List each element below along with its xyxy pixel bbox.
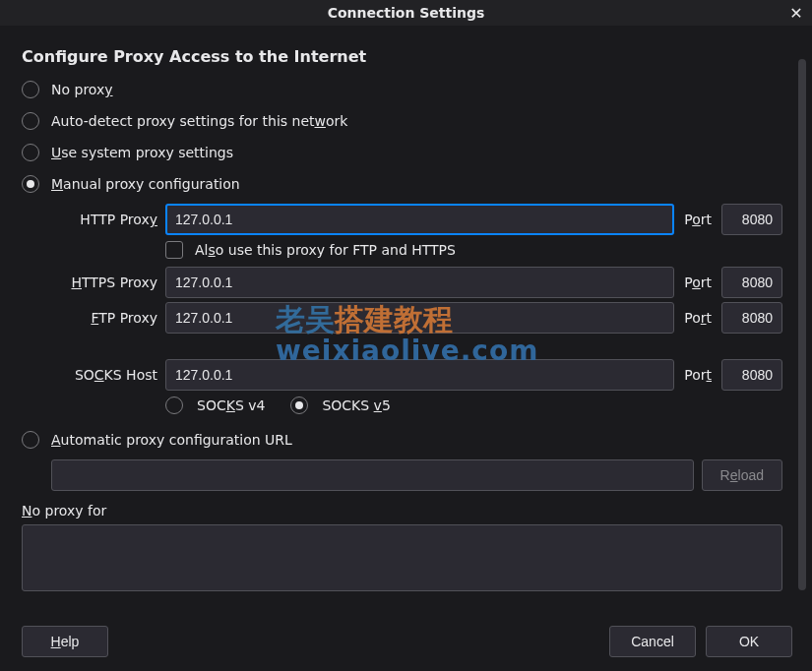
cancel-button[interactable]: Cancel — [609, 626, 696, 657]
close-icon[interactable]: ✕ — [783, 0, 809, 26]
reload-button[interactable]: Reload — [702, 459, 782, 491]
no-proxy-for-label: No proxy for — [22, 503, 782, 518]
window-title: Connection Settings — [328, 5, 485, 21]
https-port-label: Port — [680, 274, 716, 290]
auto-url-row: Reload — [51, 459, 782, 491]
dialog-button-row: Help Cancel OK — [22, 626, 792, 657]
radio-icon[interactable] — [22, 431, 39, 449]
radio-socks4[interactable] — [165, 396, 183, 414]
radio-icon[interactable] — [22, 112, 39, 130]
https-proxy-label: HTTPS Proxy — [51, 274, 159, 290]
ftp-proxy-label: FTP Proxy — [51, 310, 159, 326]
no-proxy-for-textarea[interactable] — [22, 524, 782, 591]
socks-host-label: SOCKS Host — [51, 367, 159, 383]
radio-icon[interactable] — [22, 175, 39, 193]
ftp-proxy-row: FTP Proxy Port — [51, 302, 782, 334]
https-proxy-input[interactable] — [165, 267, 674, 298]
radio-label-socks4: SOCKS v4 — [197, 397, 265, 413]
option-system-proxy[interactable]: Use system proxy settings — [22, 137, 782, 168]
http-proxy-input[interactable] — [165, 204, 674, 235]
ftp-port-label: Port — [680, 310, 716, 326]
http-proxy-row: HTTP Proxy Port — [51, 204, 782, 235]
radio-label: Auto-detect proxy settings for this netw… — [51, 113, 347, 129]
radio-label: Use system proxy settings — [51, 145, 233, 160]
option-manual-proxy[interactable]: Manual proxy configuration — [22, 168, 782, 200]
checkbox-label: Also use this proxy for FTP and HTTPS — [195, 242, 456, 258]
ftp-proxy-input[interactable] — [165, 302, 674, 334]
checkbox-icon[interactable] — [165, 241, 183, 259]
ftp-port-input[interactable] — [721, 302, 782, 334]
page-heading: Configure Proxy Access to the Internet — [22, 47, 782, 66]
socks-version-row: SOCKS v4 SOCKS v5 — [165, 396, 782, 414]
radio-label: Automatic proxy configuration URL — [51, 432, 292, 448]
https-port-input[interactable] — [721, 267, 782, 298]
socks-port-label: Port — [680, 367, 716, 383]
https-proxy-row: HTTPS Proxy Port — [51, 267, 782, 298]
option-no-proxy[interactable]: No proxy — [22, 74, 782, 105]
http-proxy-label: HTTP Proxy — [51, 212, 159, 227]
socks-host-input[interactable] — [165, 359, 674, 391]
scrollbar[interactable] — [798, 59, 806, 590]
radio-icon[interactable] — [22, 81, 39, 98]
ok-button[interactable]: OK — [706, 626, 792, 657]
socks-port-input[interactable] — [721, 359, 782, 391]
radio-label: Manual proxy configuration — [51, 176, 240, 192]
option-auto-detect[interactable]: Auto-detect proxy settings for this netw… — [22, 105, 782, 137]
titlebar: Connection Settings ✕ — [0, 0, 812, 26]
radio-label-socks5: SOCKS v5 — [322, 397, 390, 413]
help-button[interactable]: Help — [22, 626, 108, 657]
also-use-row[interactable]: Also use this proxy for FTP and HTTPS — [165, 241, 782, 259]
scroll-area: Configure Proxy Access to the Internet N… — [22, 47, 792, 612]
option-auto-url[interactable]: Automatic proxy configuration URL — [22, 424, 782, 456]
radio-socks5[interactable] — [290, 396, 308, 414]
http-port-input[interactable] — [721, 204, 782, 235]
http-port-label: Port — [680, 212, 716, 227]
socks-host-row: SOCKS Host Port — [51, 359, 782, 391]
auto-url-input[interactable] — [51, 459, 694, 491]
radio-label: No proxy — [51, 82, 113, 97]
dialog-content: Configure Proxy Access to the Internet N… — [0, 26, 812, 671]
radio-icon[interactable] — [22, 144, 39, 161]
